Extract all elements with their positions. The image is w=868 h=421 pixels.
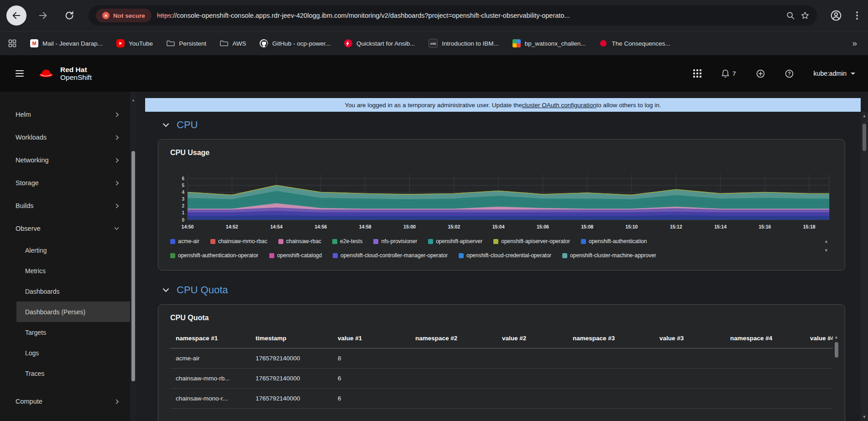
table-scroll-up-arrow[interactable]: ▲ [834,335,838,339]
legend-item[interactable]: openshift-authentication [581,238,647,244]
sidebar-item-storage[interactable]: Storage [0,172,130,194]
sidebar-item-networking[interactable]: Networking [0,149,130,172]
sidebar-item-observe[interactable]: Observe [0,217,130,240]
bookmark-item[interactable]: edxIntroduction to IBM... [429,39,499,48]
legend-item[interactable]: openshift-catalogd [269,252,322,259]
legend-scroll-down-arrow[interactable]: ▼ [824,248,828,253]
inner-scroll-up-arrow[interactable]: ▲ [130,98,136,102]
sidebar-item-metrics[interactable]: Metrics [0,260,130,281]
security-chip[interactable]: × Not secure [96,9,152,22]
github-icon [260,39,268,47]
legend-item[interactable]: chainsaw-rbac [278,238,321,244]
sidebar-item-label: Builds [16,202,34,209]
back-button[interactable] [6,5,26,26]
legend-item[interactable]: openshift-cloud-controller-manager-opera… [333,252,448,259]
legend-item[interactable]: chainsaw-mmo-rbac [210,238,267,244]
cpu-usage-plot: 012345614:5014:5214:5414:5614:5815:0015:… [170,172,833,233]
bookmark-star-button[interactable] [800,11,810,20]
help-button[interactable]: ? [785,69,794,78]
table-scroll-thumb[interactable] [835,342,838,358]
user-menu[interactable]: kube:admin [814,70,855,77]
legend-swatch [581,239,586,244]
sidebar-item-label: Dashboards [25,288,60,295]
forward-button[interactable] [33,5,53,26]
legend-scroll-up-arrow[interactable]: ▲ [824,239,828,244]
bookmark-label: Mail - Jeevan Darap... [42,40,103,47]
bookmark-label: bp_watsonx_challen... [525,40,586,47]
legend-swatch [493,239,498,244]
bookmark-item[interactable]: The Consequences... [599,39,670,47]
apps-grid-button[interactable] [8,39,16,47]
redhat-openshift-logo[interactable]: Red Hat OpenShift [37,66,92,81]
bookmark-item[interactable]: Quickstart for Ansib... [344,39,415,47]
sidebar-item-workloads[interactable]: Workloads [0,126,130,149]
cpu-usage-card-title: CPU Usage [170,149,833,157]
not-secure-icon: × [102,12,110,19]
sidebar-item-targets[interactable]: Targets [0,322,130,343]
quota-table: namespace #1timestampvalue #1namespace #… [170,328,833,409]
notifications-button[interactable]: 7 [722,69,736,78]
section-title-cpu: CPU [177,119,198,131]
legend-item[interactable]: acme-air [170,238,199,244]
cpu-usage-chart[interactable]: 012345614:5014:5214:5414:5614:5815:0015:… [170,172,833,233]
bookmark-item[interactable]: GitHub - ocp-power... [260,39,330,47]
question-circle-icon: ? [785,69,794,78]
sidebar-item-compute[interactable]: Compute [0,390,130,413]
bookmark-item[interactable]: YouTube [116,39,153,47]
sidebar-item-dashboards[interactable]: Dashboards [0,281,130,301]
zoom-button[interactable] [786,11,795,20]
grid-3x3-icon [693,69,701,78]
app-launcher-button[interactable] [693,69,701,78]
page-scroll-down-arrow[interactable]: ▼ [863,415,867,419]
legend-item[interactable]: openshift-authentication-operator [170,252,258,259]
bolt-icon [344,39,352,47]
legend-row: acme-airchainsaw-mmo-rbacchainsaw-rbace2… [170,236,812,246]
plus-circle-icon [756,69,765,78]
sidebar-item-alerting[interactable]: Alerting [0,240,130,260]
legend-item[interactable]: e2e-tests [332,238,362,244]
table-header-cell: value #2 [497,335,567,342]
profile-button[interactable] [826,5,846,26]
table-cell: chainsaw-mono-r... [170,395,250,402]
legend-item[interactable]: openshift-cloud-credential-operator [459,252,551,259]
legend-swatch [269,253,274,258]
nav-toggle-button[interactable] [13,68,26,79]
page-scrollbar[interactable]: ▲ ▼ [861,112,868,421]
table-cell: acme-air [170,355,250,362]
legend-item[interactable]: openshift-apiserver [428,238,482,244]
legend-item[interactable]: nfs-provisioner [373,238,417,244]
section-cpu-quota-header[interactable]: CPU Quota [162,284,845,296]
sidebar-item-dashboards-perses[interactable]: Dashboards (Perses) [16,301,130,322]
url-text[interactable]: https://console-openshift-console.apps.r… [157,12,780,19]
url-bar[interactable]: × Not secure https://console-openshift-c… [89,5,817,26]
inner-scrollbar[interactable]: ▲ [130,92,136,421]
bookmark-item[interactable]: bp_watsonx_challen... [512,39,586,47]
svg-text:14:56: 14:56 [314,224,327,229]
sidebar-item-helm[interactable]: Helm [0,103,130,126]
bookmark-item[interactable]: MMail - Jeevan Darap... [30,39,103,47]
reload-button[interactable] [59,5,79,26]
folder-icon [167,39,175,47]
page-scroll-thumb[interactable] [863,124,866,151]
legend-item[interactable]: openshift-apiserver-operator [493,238,570,244]
bookmark-item[interactable]: Persistent [167,39,206,47]
legend-item[interactable]: openshift-cluster-machine-approver [562,252,656,259]
sidebar-item-label: Helm [16,111,31,118]
page: × Not secure https://console-openshift-c… [0,0,868,421]
chevron-down-icon [114,227,119,230]
sidebar-item-builds[interactable]: Builds [0,194,130,217]
bookmark-item[interactable]: AWS [220,39,246,47]
page-scroll-up-arrow[interactable]: ▲ [863,114,867,118]
bookmark-label: Introduction to IBM... [442,40,499,47]
sidebar-item-traces[interactable]: Traces [0,363,130,384]
sidebar-item-logs[interactable]: Logs [0,343,130,363]
add-button[interactable] [756,69,765,78]
section-cpu-header[interactable]: CPU [162,119,845,131]
table-row: acme-air17657921400008 [170,348,833,369]
caret-down-icon [851,73,855,75]
inner-scroll-thumb[interactable] [131,151,135,381]
bookmarks-overflow-button[interactable]: » [849,38,860,48]
browser-menu-button[interactable] [852,11,862,20]
arrow-right-icon [38,10,48,21]
oauth-config-link[interactable]: cluster OAuth configuration [522,102,596,109]
